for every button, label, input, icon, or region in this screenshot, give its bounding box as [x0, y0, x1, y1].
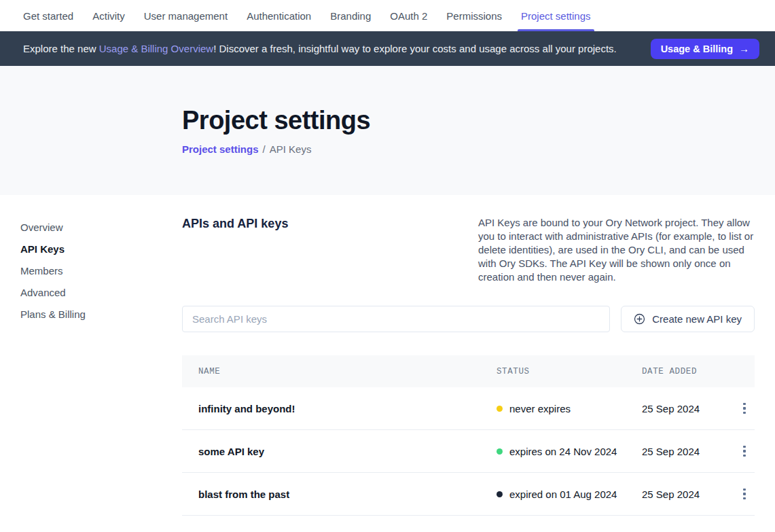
status-text: expires on 24 Nov 2024 [509, 446, 617, 457]
status-text: expired on 01 Aug 2024 [509, 489, 617, 500]
usage-billing-overview-link[interactable]: Usage & Billing Overview [99, 43, 213, 54]
nav-item-branding[interactable]: Branding [330, 0, 371, 31]
sidebar-item-api-keys[interactable]: API Keys [20, 238, 182, 260]
api-key-date-added: 25 Sep 2024 [642, 403, 734, 414]
row-actions-kebab-icon[interactable] [734, 442, 755, 461]
table-header-row: NAME STATUS DATE ADDED [182, 355, 755, 387]
status-dot-icon [497, 406, 503, 412]
sidebar-item-members[interactable]: Members [20, 260, 182, 282]
create-api-key-button[interactable]: Create new API key [621, 306, 755, 332]
row-actions-kebab-icon[interactable] [734, 399, 755, 419]
arrow-right-icon: → [739, 43, 749, 54]
sidebar-item-overview[interactable]: Overview [20, 217, 182, 238]
status-dot-icon [497, 491, 503, 497]
section-head: APIs and API keys API Keys are bound to … [182, 216, 755, 284]
breadcrumb-current: API Keys [270, 143, 312, 155]
api-key-name: blast from the past [182, 489, 497, 500]
breadcrumb-separator: / [263, 143, 266, 155]
api-key-status: never expires [497, 403, 642, 414]
column-header-status: STATUS [497, 367, 642, 376]
content-area: Overview API Keys Members Advanced Plans… [0, 195, 775, 532]
breadcrumb: Project settings/API Keys [182, 143, 775, 155]
status-text: never expires [509, 403, 571, 414]
create-api-key-label: Create new API key [652, 313, 742, 325]
api-key-date-added: 25 Sep 2024 [642, 446, 734, 457]
table-row: infinity and beyond! never expires 25 Se… [182, 387, 755, 430]
api-keys-panel: APIs and API keys API Keys are bound to … [182, 195, 775, 516]
api-key-status: expires on 24 Nov 2024 [497, 446, 642, 457]
api-key-status: expired on 01 Aug 2024 [497, 489, 642, 500]
row-actions-kebab-icon[interactable] [734, 484, 755, 504]
table-row: some API key expires on 24 Nov 2024 25 S… [182, 430, 755, 473]
plus-circle-icon [634, 313, 645, 325]
api-keys-controls: Create new API key [182, 306, 755, 332]
api-key-name: some API key [182, 446, 497, 457]
api-key-name: infinity and beyond! [182, 403, 497, 414]
api-keys-table: NAME STATUS DATE ADDED infinity and beyo… [182, 355, 755, 516]
nav-item-activity[interactable]: Activity [92, 0, 125, 31]
sidebar-item-advanced[interactable]: Advanced [20, 282, 182, 304]
column-header-date-added: DATE ADDED [642, 367, 734, 376]
section-title: APIs and API keys [182, 216, 288, 231]
banner-message: Explore the new Usage & Billing Overview… [23, 43, 651, 54]
usage-billing-button-label: Usage & Billing [661, 43, 733, 54]
nav-item-authentication[interactable]: Authentication [247, 0, 311, 31]
search-input[interactable] [182, 306, 610, 332]
nav-item-oauth2[interactable]: OAuth 2 [390, 0, 427, 31]
page-header: Project settings Project settings/API Ke… [0, 66, 775, 195]
table-row: blast from the past expired on 01 Aug 20… [182, 473, 755, 516]
nav-item-project-settings[interactable]: Project settings [521, 0, 591, 31]
page-title: Project settings [182, 107, 775, 135]
top-navigation: Get started Activity User management Aut… [0, 0, 775, 31]
section-description: API Keys are bound to your Ory Network p… [478, 216, 755, 284]
banner-text-after: ! Discover a fresh, insightful way to ex… [213, 43, 617, 54]
usage-billing-banner: Explore the new Usage & Billing Overview… [0, 31, 775, 66]
usage-billing-button[interactable]: Usage & Billing → [651, 39, 759, 59]
banner-text-before: Explore the new [23, 43, 99, 54]
nav-item-get-started[interactable]: Get started [23, 0, 73, 31]
nav-item-permissions[interactable]: Permissions [446, 0, 502, 31]
breadcrumb-project-settings-link[interactable]: Project settings [182, 143, 259, 155]
sidebar-item-plans-billing[interactable]: Plans & Billing [20, 304, 182, 325]
settings-side-nav: Overview API Keys Members Advanced Plans… [0, 195, 182, 325]
nav-item-user-management[interactable]: User management [144, 0, 228, 31]
api-key-date-added: 25 Sep 2024 [642, 489, 734, 500]
status-dot-icon [497, 448, 503, 455]
column-header-name: NAME [182, 367, 497, 376]
